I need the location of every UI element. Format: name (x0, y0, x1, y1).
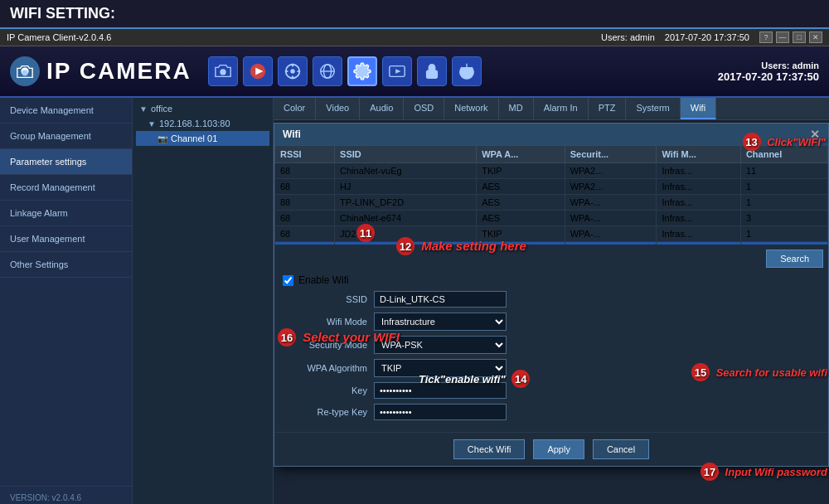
security-mode-select[interactable]: WPA-PSK (374, 336, 507, 354)
retype-key-label: Re-type Key (283, 407, 374, 417)
wifi-cell-channel: 1 (740, 179, 827, 195)
wifi-cell-ssid: HJ (335, 179, 477, 195)
svg-marker-16 (395, 69, 400, 74)
col-wpa: WPA A... (477, 146, 565, 163)
tab-ptz[interactable]: PTZ (589, 98, 627, 119)
nav-lock[interactable] (417, 56, 447, 86)
check-wifi-button[interactable]: Check Wifi (453, 439, 526, 459)
wifi-table: RSSI SSID WPA A... Securit... Wifi M... … (274, 145, 828, 245)
banner-title: WIFI SETTING: (10, 5, 115, 22)
sidebar-item-linkage[interactable]: Linkage Alarm (0, 201, 132, 226)
nav-play[interactable] (243, 56, 273, 86)
wpa-algorithm-select[interactable]: TKIP (374, 359, 507, 377)
sidebar-item-other[interactable]: Other Settings (0, 252, 132, 278)
wifi-cell-wifi_mode: Infras... (657, 226, 740, 242)
wifi-mode-label: Wifi Mode (283, 317, 374, 327)
datetime: 2017-07-20 17:37:50 (665, 32, 749, 42)
nav-settings[interactable] (347, 56, 377, 86)
key-input[interactable] (374, 382, 507, 399)
col-channel: Channel (740, 146, 827, 163)
wifi-cell-security: WPA-... (565, 226, 657, 242)
wifi-cell-channel: 1 (740, 195, 827, 211)
nav-ptz[interactable] (278, 56, 308, 86)
app-header: IP CAMERA (0, 46, 829, 98)
wifi-cell-ssid: JD24 (335, 226, 477, 242)
tab-network[interactable]: Network (444, 98, 498, 119)
user-label: Users: admin (718, 61, 819, 70)
enable-wifi-section: Enable Wifi SSID Wifi Mode Infrastructur… (274, 268, 828, 432)
svg-point-6 (290, 69, 295, 74)
wpa-algorithm-label: WPA Algorithm (283, 363, 374, 373)
title-bar: IP Camera Client-v2.0.4.6 Users: admin 2… (0, 29, 829, 46)
app-logo: IP CAMERA (10, 56, 191, 86)
wifi-cell-security: WPA-... (565, 211, 657, 226)
key-label: Key (283, 385, 374, 395)
maximize-button[interactable]: □ (793, 32, 806, 43)
wifi-table-row[interactable]: 68ChinaNet-e674AESWPA-...Infras...3 (275, 211, 828, 226)
wifi-cell-ssid: ChinaNet-e674 (335, 211, 477, 226)
dialog-footer: Check Wifi Apply Cancel (274, 432, 828, 466)
security-mode-label: Security Mode (283, 340, 374, 350)
wifi-cell-wpa: TKIP (477, 226, 565, 242)
wifi-close-button[interactable]: ✕ (810, 128, 820, 141)
tab-system[interactable]: Systerm (626, 98, 680, 119)
tab-md[interactable]: MD (499, 98, 534, 119)
ssid-label: SSID (283, 294, 374, 304)
enable-wifi-checkbox[interactable] (283, 275, 293, 286)
wifi-apply-button[interactable]: Apply (533, 439, 584, 459)
wifi-cell-wifi_mode: Infras... (657, 163, 740, 179)
col-ssid: SSID (335, 146, 477, 163)
nav-record[interactable] (382, 56, 412, 86)
search-button[interactable]: Search (766, 250, 823, 268)
question-button[interactable]: ? (759, 32, 773, 43)
enable-wifi-label: Enable Wifi (298, 274, 349, 286)
wifi-cell-channel: 1 (740, 226, 827, 242)
wifi-table-header: RSSI SSID WPA A... Securit... Wifi M... … (275, 146, 828, 163)
wifi-cell-channel: 11 (740, 163, 827, 179)
ssid-input[interactable] (374, 291, 507, 308)
wifi-dialog-title: Wifi ✕ (274, 124, 828, 145)
wifi-cell-channel: 3 (740, 211, 827, 226)
tree-ip[interactable]: ▼ 192.168.1.103:80 (136, 116, 269, 131)
sidebar-item-user[interactable]: User Management (0, 226, 132, 252)
wifi-cell-rssi: 68 (275, 226, 335, 242)
wifi-mode-select[interactable]: Infrastructure (374, 313, 507, 331)
tab-video[interactable]: Video (316, 98, 360, 119)
nav-network[interactable] (313, 56, 342, 86)
header-right: Users: admin 2017-07-20 17:37:50 (718, 61, 819, 83)
wifi-table-row[interactable]: 68ChinaNet-vuEgTKIPWPA2...Infras...11 (275, 163, 828, 179)
tab-osd[interactable]: OSD (404, 98, 444, 119)
nav-power[interactable] (452, 56, 482, 86)
sidebar-item-parameter[interactable]: Parameter settings (0, 149, 132, 175)
wifi-cell-wifi_mode: Infras... (657, 211, 740, 226)
wifi-cell-security: WPA2... (565, 163, 657, 179)
sidebar-item-group[interactable]: Group Management (0, 124, 132, 149)
wifi-table-row[interactable]: 68JD24TKIPWPA-...Infras...1 (275, 226, 828, 242)
tab-color[interactable]: Color (274, 98, 316, 119)
wifi-cell-ssid: ChinaNet-vuEg (335, 163, 477, 179)
retype-key-row: Re-type Key (283, 404, 820, 420)
wifi-table-row[interactable]: 88TP-LINK_DF2DAESWPA-...Infras...1 (275, 195, 828, 211)
sidebar-item-record[interactable]: Record Management (0, 175, 132, 201)
retype-key-input[interactable] (374, 404, 507, 420)
tab-wifi[interactable]: Wifi (681, 98, 716, 119)
wifi-cell-wifi_mode: Infras... (657, 179, 740, 195)
col-security: Securit... (565, 146, 657, 163)
wifi-cell-ssid: TP-LINK_DF2D (335, 195, 477, 211)
content-area: Color Video Audio OSD Network MD Alarm I… (274, 98, 829, 504)
tab-audio[interactable]: Audio (360, 98, 404, 119)
tab-alarm[interactable]: Alarm In (534, 98, 589, 119)
nav-camera[interactable] (208, 56, 238, 86)
search-area: Search (274, 245, 828, 268)
minimize-button[interactable]: — (776, 32, 789, 43)
camera-tree-icon: 📷 (158, 134, 167, 143)
tree-channel[interactable]: 📷 Channel 01 (136, 131, 269, 146)
wifi-title-text: Wifi (283, 128, 301, 140)
key-row: Key (283, 382, 820, 399)
wifi-table-row[interactable]: 68HJAESWPA2...Infras...1 (275, 179, 828, 195)
tree-office[interactable]: ▼ office (136, 101, 269, 116)
close-button[interactable]: ✕ (809, 32, 822, 43)
sidebar-item-device[interactable]: Device Management (0, 98, 132, 124)
wifi-mode-row: Wifi Mode Infrastructure (283, 313, 820, 331)
wifi-cancel-button[interactable]: Cancel (593, 439, 649, 459)
